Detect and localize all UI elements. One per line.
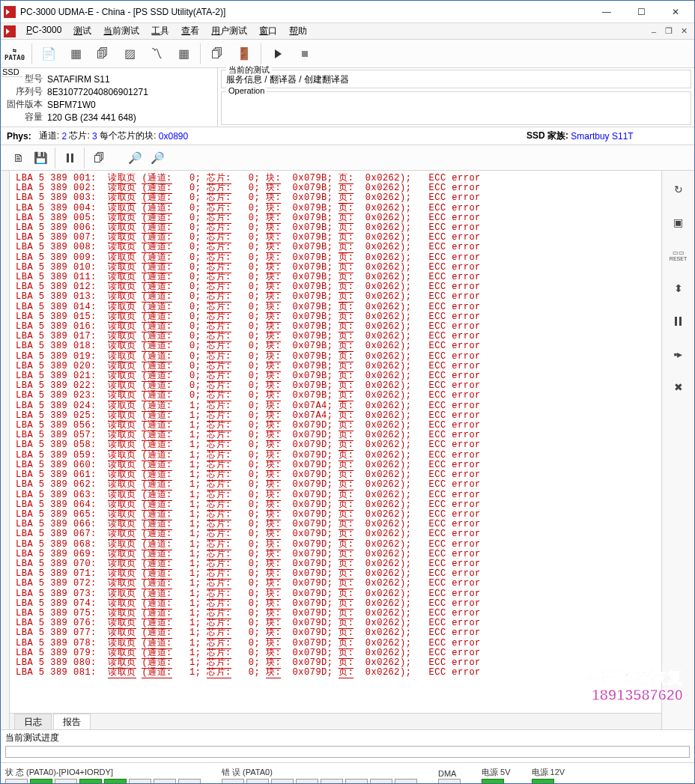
left-gutter [1,171,10,729]
menu-item-2[interactable]: 当前测试 [97,25,145,37]
menu-item-0[interactable]: PC-3000 [20,25,67,37]
find-icon[interactable]: 🔎 [124,147,146,169]
main-toolbar: ⇆ PATA0 📄 ▦ 🗐 ▨ 〽 ▦ 🗍 🚪 [1,40,694,68]
menu-item-4[interactable]: 查看 [175,25,205,37]
copy-icon[interactable]: 🗍 [204,40,230,67]
led-BBK [222,779,244,784]
phys-blocks: 0x0890 [159,131,188,142]
led-IDX [154,779,176,784]
led-DSC [79,779,102,784]
stack-icon[interactable]: 🗐 [90,40,115,67]
tab-report[interactable]: 报告 [53,714,91,729]
save-icon[interactable]: 💾 [29,147,52,169]
menu-app-icon [4,25,16,37]
led-DWF [55,779,77,784]
led-INF [296,779,318,784]
pause2-button[interactable] [666,310,691,332]
window-title: PC-3000 UDMA-E - China - [PS SSD Utility… [20,7,225,17]
led-ABR [345,779,368,784]
ssd-family: Smartbuy S11T [571,131,633,142]
led-DRD [30,779,52,784]
menubar: PC-3000测试当前测试工具查看用户测试窗口帮助 – ❐ ✕ [1,23,694,40]
current-test-box: 当前的测试 服务信息 / 翻译器 / 创建翻译器 [221,70,691,88]
scan-icon[interactable]: ▨ [117,40,142,67]
close-button[interactable]: ✕ [658,1,693,22]
progress-bar [5,746,690,758]
refresh-icon[interactable]: ↻ [666,178,691,201]
device-info-panel: SSD 型号 SATAFIRM S11 序列号 8E31077204080690… [1,68,218,127]
menu-item-1[interactable]: 测试 [67,25,97,37]
led-blank [271,779,294,784]
menu-item-5[interactable]: 用户测试 [205,25,253,37]
phys-channel: 2 [61,131,67,142]
progress-panel: 当前测试进度 [1,729,694,762]
app-icon [4,6,16,18]
status-strip: 状 态 (PATA0)-[PIO4+IORDY] BSYDRDDWFDSCDRQ… [1,762,694,784]
led-BSY [5,779,28,784]
operation-box: Operation [221,91,691,125]
led-ERR [178,779,201,784]
led-RQ [438,779,461,784]
menu-item-3[interactable]: 工具 [145,25,175,37]
led-UNC [246,779,269,784]
module-icon[interactable]: ▪▸ [666,343,691,365]
chip-view-icon[interactable]: ▣ [666,211,691,234]
window-controls: — ☐ ✕ [589,1,693,22]
mdi-minimize-button[interactable]: – [646,25,661,37]
ata-port-button[interactable]: ⇆ PATA0 [1,40,28,67]
state-group-label: 状 态 (PATA0)-[PIO4+IORDY] [5,767,201,778]
power12-label: 电源 12V [532,767,565,778]
maximize-button[interactable]: ☐ [624,1,658,22]
export-icon[interactable]: 🗎 [7,147,29,169]
device-model: SATAFIRM S11 [47,73,153,85]
led-TON [370,779,392,784]
log-output[interactable]: LBA 5 389 001: 读取页 (通道: 0; 芯片: 0; 块: 0x0… [10,171,661,713]
led-AMN [395,779,417,784]
dma-group-label: DMA [438,769,461,778]
stop-button[interactable] [292,40,318,67]
current-test-value: 服务信息 / 翻译器 / 创建翻译器 [226,72,686,86]
document-icon[interactable]: 📄 [36,40,61,67]
chip-icon[interactable]: ▦ [63,40,88,67]
ruler-icon[interactable]: 〽 [144,40,169,67]
minimize-button[interactable]: — [589,1,624,22]
led-blank [321,779,343,784]
power5-led [482,779,504,784]
device-capacity: 120 GB (234 441 648) [47,111,153,124]
tools-icon[interactable]: ✖ [666,376,691,398]
titlebar: PC-3000 UDMA-E - China - [PS SSD Utility… [1,1,694,23]
menu-item-6[interactable]: 窗口 [253,25,283,37]
device-type-tab: SSD [0,67,22,77]
progress-label: 当前测试进度 [5,732,690,744]
grid-icon[interactable]: ▦ [171,40,196,67]
device-serial: 8E310772040806901271 [47,85,153,98]
power12-led [532,779,554,784]
phys-chip: 3 [92,131,97,142]
find-next-icon[interactable]: 🔎 [146,147,169,169]
error-group-label: 错 误 (PATA0) [222,767,417,778]
copy-button[interactable]: 🗍 [88,147,110,169]
phys-row: Phys: 通道: 2 芯片: 3 每个芯片的块: 0x0890 SSD 家族:… [1,127,694,145]
run-button[interactable] [265,40,291,67]
exit-icon[interactable]: 🚪 [231,40,257,67]
led-CRR [129,779,151,784]
tab-log[interactable]: 日志 [14,714,52,729]
device-fw: SBFM71W0 [47,98,153,111]
pause-button[interactable] [58,147,81,169]
right-toolbar: ↻ ▣ ▭▭RESET ⬍ ▪▸ ✖ [661,171,694,729]
led-DRQ [104,779,127,784]
mdi-restore-button[interactable]: ❐ [661,25,676,37]
mdi-close-button[interactable]: ✕ [676,25,691,37]
power5-label: 电源 5V [482,767,511,778]
reset-button[interactable]: ▭▭RESET [666,244,691,267]
menu-item-7[interactable]: 帮助 [283,25,313,37]
power-icon[interactable]: ⬍ [666,277,691,300]
log-toolbar: 🗎 💾 🗍 🔎 🔎 [1,145,694,171]
log-tabs: 日志 报告 [10,713,661,729]
